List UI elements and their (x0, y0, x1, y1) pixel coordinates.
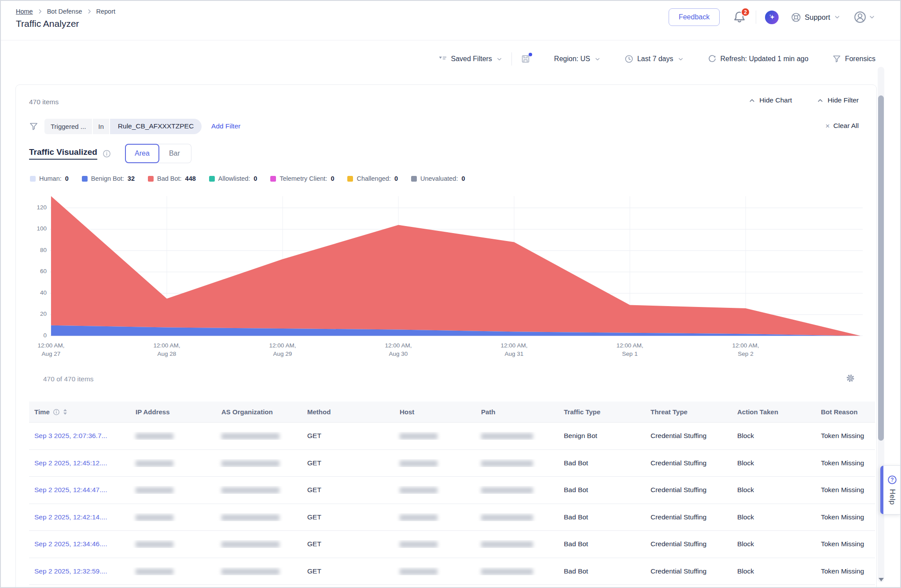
filter-field-chip[interactable]: Triggered ... (44, 119, 92, 134)
legend-item-challenged[interactable]: Challenged: 0 (347, 175, 397, 182)
gear-icon (846, 373, 855, 383)
cell-action_taken: Block (732, 540, 816, 548)
cell-time[interactable]: Sep 2 2025, 12:42:14.... (29, 513, 130, 521)
cell-threat_type: Credential Stuffing (645, 432, 732, 440)
legend-item-human[interactable]: Human: 0 (30, 175, 69, 182)
redacted-value (221, 460, 279, 467)
table-row[interactable]: Sep 2 2025, 12:44:47....GETBad BotCreden… (29, 477, 875, 504)
refresh-button[interactable]: Refresh: Updated 1 min ago (708, 55, 809, 63)
cell-time[interactable]: Sep 2 2025, 12:44:47.... (29, 486, 130, 494)
cell-method: GET (302, 567, 394, 575)
legend-label: Challenged: (357, 175, 390, 182)
column-header-threat_type[interactable]: Threat Type (645, 408, 732, 416)
header-actions: Feedback 2 (669, 7, 875, 27)
filter-value-chip[interactable]: Rule_CB_AFXXXTZPEC (110, 119, 202, 134)
legend-item-benign-bot[interactable]: Benign Bot: 32 (82, 175, 135, 182)
legend-value: 0 (254, 175, 257, 182)
saved-filters-dropdown[interactable]: Saved Filters (438, 55, 502, 63)
column-header-path[interactable]: Path (476, 408, 559, 416)
column-header-time[interactable]: Time (29, 408, 130, 416)
table-row[interactable]: Sep 2 2025, 12:34:46....GETBad BotCreden… (29, 531, 875, 558)
cell-time[interactable]: Sep 2 2025, 12:45:12.... (29, 459, 130, 467)
feedback-button[interactable]: Feedback (669, 8, 720, 26)
save-filter-button[interactable] (521, 54, 530, 64)
forensics-button[interactable]: Forensics (832, 55, 875, 63)
scrollbar-down-arrow[interactable] (879, 578, 884, 581)
time-range-label: Last 7 days (637, 55, 673, 63)
legend-label: Unevaluated: (420, 175, 458, 182)
saved-filters-label: Saved Filters (451, 55, 492, 63)
breadcrumb-bot-defense[interactable]: Bot Defense (47, 8, 82, 15)
column-header-action_taken[interactable]: Action Taken (732, 408, 816, 416)
filter-operator-chip[interactable]: In (93, 119, 109, 134)
x-axis-label: 12:00 AM,Sep 2 (719, 341, 772, 358)
ai-assistant-button[interactable] (765, 11, 779, 24)
x-axis-label: 12:00 AM,Aug 29 (256, 341, 309, 358)
column-header-method[interactable]: Method (302, 408, 394, 416)
x-axis-label: 12:00 AM,Aug 30 (372, 341, 425, 358)
info-icon[interactable] (103, 150, 111, 158)
cell-action_taken: Block (732, 459, 816, 467)
cell-host (394, 540, 476, 548)
y-axis-label: 120 (26, 204, 47, 211)
chevron-down-icon (594, 56, 601, 62)
chart-type-toggle: Area Bar (125, 144, 191, 163)
legend-label: Allowlisted: (218, 175, 250, 182)
user-menu[interactable] (854, 11, 875, 23)
legend-value: 0 (394, 175, 398, 182)
legend-item-telemetry-client[interactable]: Telemetry Client: 0 (270, 175, 334, 182)
legend-value: 0 (331, 175, 334, 182)
column-header-ip[interactable]: IP Address (130, 408, 216, 416)
column-header-host[interactable]: Host (394, 408, 476, 416)
chevron-right-icon (37, 8, 43, 15)
column-header-as_org[interactable]: AS Organization (216, 408, 302, 416)
breadcrumb-home[interactable]: Home (16, 8, 33, 15)
area-view-button[interactable]: Area (125, 144, 159, 163)
legend-item-unevaluated[interactable]: Unevaluated: 0 (411, 175, 465, 182)
hide-chart-button[interactable]: Hide Chart (748, 96, 792, 104)
scrollbar-thumb[interactable] (878, 95, 884, 441)
legend-label: Human: (39, 175, 62, 182)
column-header-traffic_type[interactable]: Traffic Type (559, 408, 645, 416)
table-settings-button[interactable] (846, 373, 855, 383)
y-axis-label: 60 (26, 268, 47, 274)
cell-time[interactable]: Sep 3 2025, 2:07:36.7... (29, 432, 130, 440)
cell-path (476, 540, 559, 548)
table-row[interactable]: Sep 2 2025, 12:32:59....GETBad BotCreden… (29, 558, 875, 585)
table-row[interactable]: Sep 2 2025, 12:45:12....GETBad BotCreden… (29, 450, 875, 477)
cell-time[interactable]: Sep 2 2025, 12:32:59.... (29, 567, 130, 575)
support-menu[interactable]: Support (791, 12, 841, 22)
cell-ip (130, 567, 216, 575)
cell-threat_type: Credential Stuffing (645, 540, 732, 548)
region-selector[interactable]: Region: US (554, 55, 601, 63)
cell-ip (130, 432, 216, 440)
chevron-up-icon (748, 97, 756, 104)
report-toolbar: Saved Filters Region: US Last 7 days (438, 50, 875, 68)
hide-chart-label: Hide Chart (759, 96, 792, 104)
funnel-icon (832, 55, 841, 63)
cell-bot_reason: Token Missing (816, 540, 875, 548)
clear-all-button[interactable]: × Clear All (825, 122, 859, 130)
notifications-button[interactable]: 2 (733, 11, 746, 24)
redacted-value (221, 541, 279, 548)
redacted-value (221, 433, 279, 439)
cell-action_taken: Block (732, 567, 816, 575)
report-panel: 470 items Hide Chart Hide Filter Trigger… (15, 84, 877, 588)
legend-item-allowlisted[interactable]: Allowlisted: 0 (209, 175, 257, 182)
redacted-value (136, 460, 173, 467)
add-filter-button[interactable]: Add Filter (211, 122, 240, 130)
cell-traffic_type: Bad Bot (559, 513, 645, 521)
chart-section-title[interactable]: Traffic Visualized (29, 147, 97, 160)
sort-icon[interactable] (63, 409, 67, 415)
table-row[interactable]: Sep 3 2025, 2:07:36.7...GETBenign BotCre… (29, 423, 875, 450)
table-row[interactable]: Sep 2 2025, 12:42:14....GETBad BotCreden… (29, 504, 875, 531)
time-range-selector[interactable]: Last 7 days (625, 55, 684, 63)
redacted-value (400, 433, 438, 439)
column-header-bot_reason[interactable]: Bot Reason (816, 408, 875, 416)
legend-item-bad-bot[interactable]: Bad Bot: 448 (148, 175, 196, 182)
bar-view-button[interactable]: Bar (158, 144, 191, 163)
cell-time[interactable]: Sep 2 2025, 12:34:46.... (29, 540, 130, 548)
redacted-value (481, 487, 533, 493)
hide-filter-button[interactable]: Hide Filter (816, 96, 859, 104)
help-tab[interactable]: ? Help (880, 465, 901, 515)
